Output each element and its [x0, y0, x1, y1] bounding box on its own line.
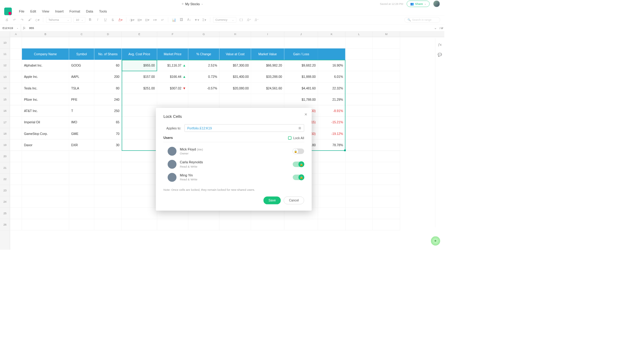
column-header[interactable]: L — [346, 32, 373, 37]
range-picker-icon[interactable]: ⊞ — [298, 126, 301, 130]
cell[interactable] — [219, 219, 251, 230]
cell[interactable] — [10, 49, 22, 60]
cell[interactable] — [22, 219, 69, 230]
fx-side-icon[interactable]: ƒx — [437, 42, 443, 48]
column-header[interactable]: F — [157, 32, 188, 37]
cell[interactable]: 21.29% — [318, 94, 346, 105]
formula-input[interactable]: 955 — [27, 26, 433, 30]
help-bot-icon[interactable]: ⚙ — [431, 236, 440, 245]
lock-all-checkbox[interactable]: Lock All — [288, 136, 304, 140]
cell[interactable] — [22, 196, 69, 208]
row-header[interactable]: 10 — [0, 37, 10, 48]
cell[interactable]: AT&T Inc. — [22, 105, 69, 117]
formula-expand-icon[interactable]: ⌄ — [432, 25, 438, 31]
cell[interactable] — [69, 208, 94, 219]
cell[interactable] — [373, 128, 400, 139]
cell[interactable] — [69, 185, 94, 196]
cell[interactable] — [94, 151, 122, 162]
app-logo[interactable] — [4, 8, 12, 15]
menu-file[interactable]: File — [19, 9, 24, 13]
underline-icon[interactable]: U — [103, 17, 108, 23]
cell[interactable] — [94, 162, 122, 173]
cell[interactable]: Alphabet Inc. — [22, 60, 69, 71]
wrap-icon[interactable]: ↵ — [160, 17, 165, 23]
fx-icon[interactable]: fx — [21, 26, 27, 30]
cell[interactable] — [373, 219, 400, 230]
user-avatar[interactable] — [433, 0, 440, 7]
comment-side-icon[interactable]: 💬 — [437, 52, 443, 57]
cell[interactable] — [10, 60, 22, 71]
column-header[interactable]: K — [318, 32, 346, 37]
row-header[interactable]: 15 — [0, 94, 10, 105]
cell[interactable]: GME — [69, 128, 94, 139]
cell[interactable] — [94, 185, 122, 196]
cell[interactable]: $66,982.20 — [251, 60, 284, 71]
cell[interactable]: $307.02▼ — [157, 82, 188, 94]
cell[interactable] — [373, 174, 400, 185]
cell[interactable]: $24,561.60 — [251, 82, 284, 94]
cell[interactable] — [10, 219, 22, 230]
cell[interactable] — [69, 151, 94, 162]
cell[interactable] — [22, 37, 69, 48]
close-icon[interactable]: ✕ — [304, 112, 307, 117]
cell[interactable]: -19.12% — [318, 128, 346, 139]
column-header[interactable]: M — [373, 32, 400, 37]
cell[interactable] — [122, 196, 157, 208]
row-header[interactable]: 19 — [0, 139, 10, 151]
cell[interactable] — [122, 151, 157, 162]
cell[interactable] — [373, 117, 400, 128]
cell[interactable] — [318, 185, 346, 196]
cell[interactable] — [373, 60, 400, 71]
cell[interactable] — [22, 162, 69, 173]
column-header[interactable]: J — [284, 32, 318, 37]
menu-format[interactable]: Format — [70, 9, 80, 13]
cell[interactable] — [373, 71, 400, 82]
row-header[interactable]: 24 — [0, 196, 10, 208]
cell[interactable] — [188, 94, 219, 105]
cell[interactable]: $4,481.60 — [284, 82, 318, 94]
fx-panel-icon[interactable]: ƒ⊞ — [438, 26, 444, 30]
row-header[interactable]: 21 — [0, 162, 10, 173]
cell[interactable] — [318, 162, 346, 173]
cell[interactable] — [346, 219, 373, 230]
cancel-button[interactable]: Cancel — [284, 197, 304, 205]
undo-icon[interactable]: ↶ — [12, 17, 17, 23]
column-header[interactable]: G — [188, 32, 219, 37]
redo-icon[interactable]: ↷ — [19, 17, 25, 23]
cell[interactable]: 60 — [94, 60, 122, 71]
cell[interactable]: 78.78% — [318, 139, 346, 151]
cell[interactable]: Imperial Oil — [22, 117, 69, 128]
cell[interactable]: 65 — [94, 117, 122, 128]
cell[interactable] — [94, 219, 122, 230]
cell[interactable] — [157, 37, 188, 48]
cell[interactable] — [10, 174, 22, 185]
search-in-range[interactable]: 🔍 Search in range — [404, 17, 440, 23]
cell[interactable] — [122, 139, 157, 151]
cell[interactable]: 250 — [94, 105, 122, 117]
cell[interactable] — [69, 196, 94, 208]
cell[interactable] — [346, 105, 373, 117]
cell[interactable] — [346, 49, 373, 60]
cell[interactable] — [10, 208, 22, 219]
number-format-dropdown[interactable]: Currency⌄ — [213, 17, 236, 23]
cell[interactable] — [373, 151, 400, 162]
save-button[interactable]: Save — [263, 197, 281, 205]
chart-icon[interactable]: 📊 — [171, 17, 177, 23]
cell[interactable]: 0.72% — [188, 71, 219, 82]
column-header[interactable]: I — [251, 32, 284, 37]
cell[interactable] — [318, 151, 346, 162]
paint-format-icon[interactable]: 🖌 — [27, 17, 32, 23]
filter-icon[interactable]: ▼▾ — [194, 17, 199, 23]
name-box[interactable]: E12:K19⌄ — [0, 24, 21, 31]
cell[interactable]: $157.00 — [122, 71, 157, 82]
cell[interactable]: AAPL — [69, 71, 94, 82]
cell[interactable] — [318, 49, 346, 60]
cell[interactable] — [373, 49, 400, 60]
menu-edit[interactable]: Edit — [30, 9, 36, 13]
cell[interactable]: Company Name — [22, 49, 69, 60]
cell[interactable] — [69, 37, 94, 48]
cell[interactable] — [373, 162, 400, 173]
cell[interactable] — [157, 94, 188, 105]
align-icon[interactable]: ≡▾ — [152, 17, 157, 23]
row-header[interactable]: 14 — [0, 82, 10, 94]
